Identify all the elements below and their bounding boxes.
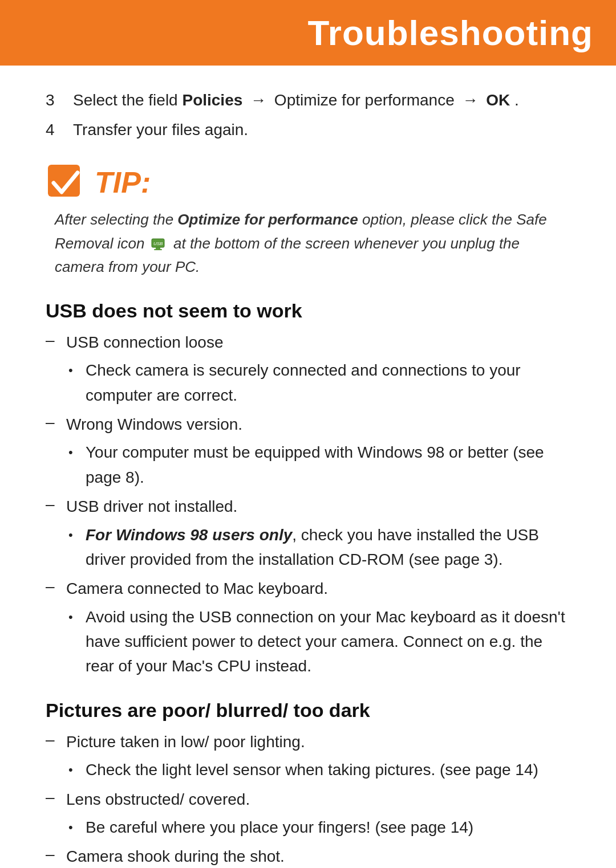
dash-item: – Wrong Windows version.: [46, 412, 570, 437]
bullet-dot: •: [68, 358, 86, 380]
ok-bold: OK: [486, 91, 510, 109]
svg-rect-2: [156, 247, 160, 249]
pictures-list: – Picture taken in low/ poor lighting. •…: [46, 730, 570, 868]
bullet-dot: •: [68, 605, 86, 627]
tip-label: TIP:: [95, 165, 151, 199]
step-4: 4 Transfer your files again.: [46, 118, 570, 142]
header-bar: Troubleshooting: [0, 0, 616, 66]
tip-content: After selecting the Optimize for perform…: [46, 208, 570, 279]
sub-bullet-list: • For Windows 98 users only, check you h…: [68, 523, 570, 572]
dash-item: – Lens obstructed/ covered.: [46, 787, 570, 812]
pictures-heading: Pictures are poor/ blurred/ too dark: [46, 699, 570, 722]
page-content: 3 Select the field Policies → Optimize f…: [0, 66, 616, 868]
tip-checkmark-icon: [46, 162, 86, 202]
dash-symbol: –: [46, 494, 66, 514]
dash-text: USB driver not installed.: [66, 494, 237, 519]
tip-header: TIP:: [46, 162, 570, 202]
list-item: • Avoid using the USB connection on your…: [68, 605, 570, 679]
bullet-dot: •: [68, 523, 86, 545]
dash-symbol: –: [46, 330, 66, 349]
step-4-number: 4: [46, 118, 73, 142]
sub-bullet-list: • Be careful where you place your finger…: [68, 815, 570, 840]
arrow-2: →: [463, 91, 479, 109]
dash-item: – Picture taken in low/ poor lighting.: [46, 730, 570, 754]
dash-item: – Camera shook during the shot.: [46, 844, 570, 868]
dash-item: – USB driver not installed.: [46, 494, 570, 519]
dash-text: Camera shook during the shot.: [66, 844, 285, 868]
tip-text-before: After selecting the: [55, 211, 177, 228]
tip-box: TIP: After selecting the Optimize for pe…: [46, 162, 570, 279]
sub-text: Check camera is securely connected and c…: [86, 358, 570, 407]
sub-text: Check the light level sensor when taking…: [86, 757, 538, 782]
step-3-text: Select the field Policies → Optimize for…: [73, 88, 519, 112]
list-item: – USB connection loose • Check camera is…: [46, 330, 570, 407]
list-item: – USB driver not installed. • For Window…: [46, 494, 570, 572]
dash-text: Picture taken in low/ poor lighting.: [66, 730, 305, 754]
arrow-1: →: [250, 91, 266, 109]
dash-item: – Camera connected to Mac keyboard.: [46, 576, 570, 601]
dash-text: Wrong Windows version.: [66, 412, 242, 437]
windows98-bold: For Windows 98 users only: [86, 526, 292, 544]
bullet-dot: •: [68, 440, 86, 462]
list-item: – Wrong Windows version. • Your computer…: [46, 412, 570, 490]
usb-section: USB does not seem to work – USB connecti…: [46, 300, 570, 679]
list-item: – Lens obstructed/ covered. • Be careful…: [46, 787, 570, 840]
list-item: • For Windows 98 users only, check you h…: [68, 523, 570, 572]
svg-rect-3: [154, 249, 162, 250]
sub-text: Avoid using the USB connection on your M…: [86, 605, 570, 679]
sub-text: Be careful where you place your fingers!…: [86, 815, 473, 840]
list-item: – Camera shook during the shot. • Keep a…: [46, 844, 570, 868]
sub-bullet-list: • Your computer must be equipped with Wi…: [68, 440, 570, 490]
list-item: – Camera connected to Mac keyboard. • Av…: [46, 576, 570, 679]
step-3-number: 3: [46, 88, 73, 112]
pictures-section: Pictures are poor/ blurred/ too dark – P…: [46, 699, 570, 868]
dash-symbol: –: [46, 844, 66, 863]
step-3: 3 Select the field Policies → Optimize f…: [46, 88, 570, 112]
dash-text: USB connection loose: [66, 330, 224, 354]
dash-symbol: –: [46, 576, 66, 596]
sub-bullet-list: • Avoid using the USB connection on your…: [68, 605, 570, 679]
dash-item: – USB connection loose: [46, 330, 570, 354]
list-item: • Be careful where you place your finger…: [68, 815, 570, 840]
sub-bullet-list: • Check camera is securely connected and…: [68, 358, 570, 407]
list-item: • Your computer must be equipped with Wi…: [68, 440, 570, 490]
usb-list: – USB connection loose • Check camera is…: [46, 330, 570, 679]
list-item: – Picture taken in low/ poor lighting. •…: [46, 730, 570, 783]
usb-heading: USB does not seem to work: [46, 300, 570, 322]
list-item: • Check the light level sensor when taki…: [68, 757, 570, 782]
safe-removal-icon: USB: [151, 238, 167, 251]
dash-symbol: –: [46, 412, 66, 431]
sub-text: Your computer must be equipped with Wind…: [86, 440, 570, 490]
page-title: Troubleshooting: [307, 13, 593, 52]
tip-bold-text: Optimize for performance: [177, 211, 358, 228]
dash-text: Lens obstructed/ covered.: [66, 787, 250, 812]
sub-bullet-list: • Check the light level sensor when taki…: [68, 757, 570, 782]
bullet-dot: •: [68, 757, 86, 780]
sub-text: For Windows 98 users only, check you hav…: [86, 523, 570, 572]
bullet-dot: •: [68, 815, 86, 837]
policies-bold: Policies: [182, 91, 242, 109]
dash-symbol: –: [46, 730, 66, 749]
svg-text:USB: USB: [153, 241, 163, 246]
list-item: • Check camera is securely connected and…: [68, 358, 570, 407]
dash-text: Camera connected to Mac keyboard.: [66, 576, 328, 601]
dash-symbol: –: [46, 787, 66, 806]
step-4-text: Transfer your files again.: [73, 118, 248, 142]
